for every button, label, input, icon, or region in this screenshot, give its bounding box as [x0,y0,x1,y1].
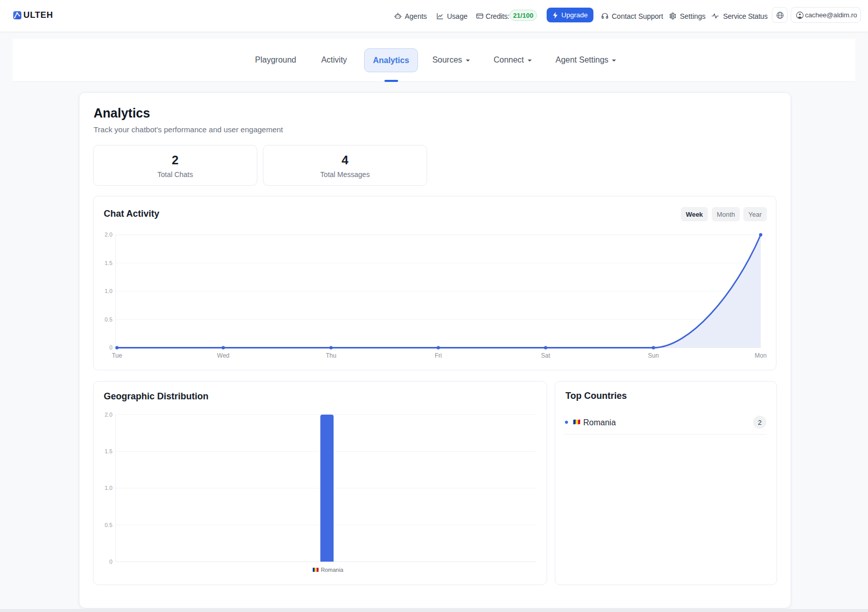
svg-text:Wed: Wed [217,352,229,359]
svg-text:1.0: 1.0 [105,288,112,294]
svg-text:2.0: 2.0 [105,231,112,238]
svg-text:Sun: Sun [648,352,659,359]
svg-text:1.0: 1.0 [105,485,112,491]
svg-text:Tue: Tue [112,352,123,359]
svg-text:Fri: Fri [435,352,442,359]
svg-text:0: 0 [109,344,112,351]
svg-text:Romania: Romania [321,567,344,573]
svg-text:0.5: 0.5 [105,316,112,323]
svg-text:0: 0 [109,559,112,565]
svg-text:1.5: 1.5 [105,260,112,266]
svg-text:Sat: Sat [541,352,551,359]
svg-text:2.0: 2.0 [105,412,112,418]
svg-text:1.5: 1.5 [105,448,112,454]
svg-text:Mon: Mon [755,352,766,359]
svg-text:Thu: Thu [326,352,337,359]
svg-text:0.5: 0.5 [105,522,112,528]
